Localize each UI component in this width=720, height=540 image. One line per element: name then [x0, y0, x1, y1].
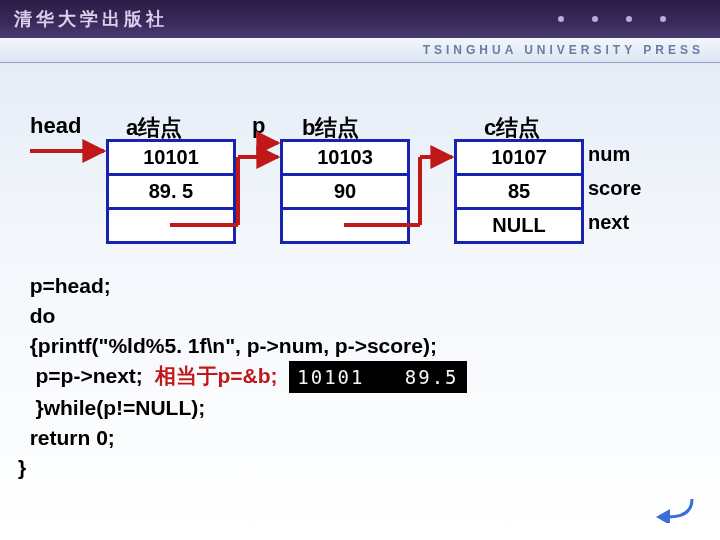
node-c: 10107 85 NULL [454, 139, 584, 244]
publisher-name: 清华大学出版社 [14, 7, 168, 31]
code-l4b: 相当于p=&b; [155, 364, 278, 387]
node-b: 10103 90 [280, 139, 410, 244]
node-b-num: 10103 [283, 142, 407, 176]
node-c-next: NULL [457, 210, 581, 241]
header-dots [558, 16, 666, 22]
publisher-sub: TSINGHUA UNIVERSITY PRESS [423, 43, 704, 57]
node-b-score: 90 [283, 176, 407, 210]
p-label: p [252, 113, 265, 139]
publisher-header: 清华大学出版社 [0, 0, 720, 38]
code-l6: return 0; [18, 426, 115, 449]
node-b-next [283, 210, 407, 241]
code-l4a: p=p->next; [18, 364, 155, 387]
node-c-num: 10107 [457, 142, 581, 176]
field-next: next [588, 211, 629, 234]
field-num: num [588, 143, 630, 166]
code-l1: p=head; [18, 274, 111, 297]
node-c-score: 85 [457, 176, 581, 210]
head-label: head [30, 113, 81, 139]
code-l2: do [18, 304, 55, 327]
console-output: 10101 89.5 [289, 361, 466, 393]
back-arrow-icon[interactable] [652, 493, 696, 527]
node-a: 10101 89. 5 [106, 139, 236, 244]
node-a-num: 10101 [109, 142, 233, 176]
node-a-score: 89. 5 [109, 176, 233, 210]
code-l3: {printf("%ld%5. 1f\n", p->num, p->score)… [18, 334, 437, 357]
publisher-subheader: TSINGHUA UNIVERSITY PRESS [0, 38, 720, 63]
code-block: p=head; do {printf("%ld%5. 1f\n", p->num… [18, 271, 467, 483]
slide-canvas: head a结点 p b结点 c结点 10101 89. 5 10103 90 … [0, 63, 720, 540]
node-a-next [109, 210, 233, 241]
field-score: score [588, 177, 641, 200]
code-l5: }while(p!=NULL); [18, 396, 205, 419]
code-l7: } [18, 456, 26, 479]
